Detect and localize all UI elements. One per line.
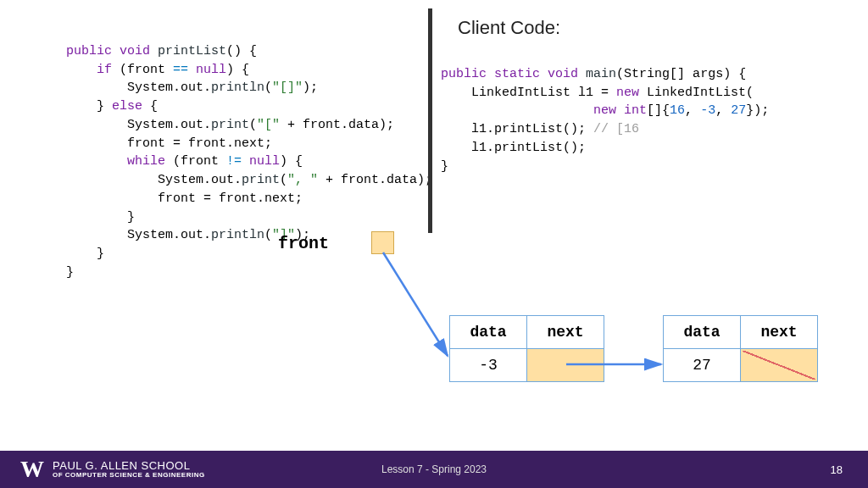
node-header-data: data	[450, 316, 527, 349]
uw-logo: W PAUL G. ALLEN SCHOOL OF COMPUTER SCIEN…	[20, 456, 205, 483]
school-dept: OF COMPUTER SCIENCE & ENGINEERING	[53, 472, 205, 479]
lesson-label: Lesson 7 - Spring 2023	[381, 463, 487, 475]
node1-data-value: -3	[450, 349, 527, 382]
node2-data-value: 27	[664, 349, 741, 382]
node2-next-null	[741, 349, 818, 382]
node-header-next: next	[741, 316, 818, 349]
code-main: public static void main(String[] args) {…	[441, 47, 769, 175]
front-pointer-box	[371, 231, 394, 254]
list-node-1: data next -3	[449, 315, 604, 382]
client-code-heading: Client Code:	[458, 17, 560, 39]
node1-next-pointer	[527, 349, 604, 382]
list-node-2: data next 27	[663, 315, 818, 382]
node-header-data: data	[664, 316, 741, 349]
page-number: 18	[831, 463, 843, 476]
front-label: front	[278, 234, 329, 253]
school-name: PAUL G. ALLEN SCHOOL	[53, 460, 205, 472]
w-mark-icon: W	[20, 456, 44, 483]
node-header-next: next	[527, 316, 604, 349]
vertical-divider	[428, 8, 432, 233]
slide-footer: W PAUL G. ALLEN SCHOOL OF COMPUTER SCIEN…	[0, 451, 868, 488]
